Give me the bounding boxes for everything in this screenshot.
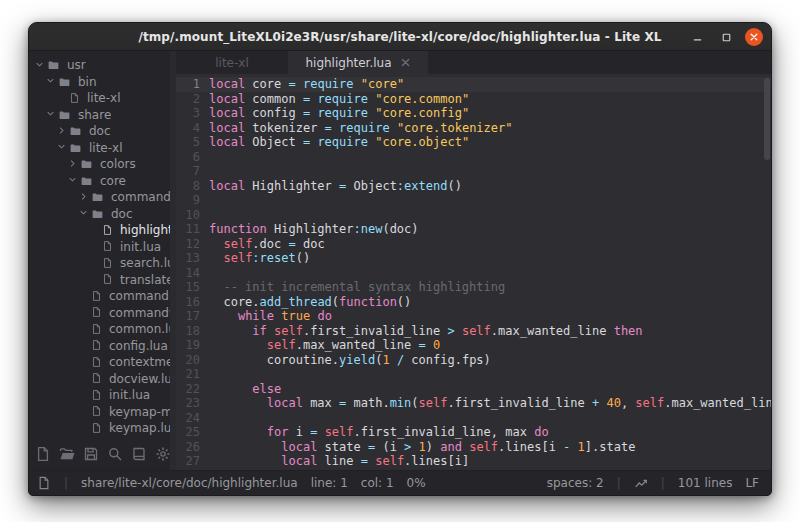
- maximize-button[interactable]: [716, 27, 736, 47]
- code-line-25[interactable]: 25 for i = self.first_invalid_line, max …: [176, 425, 771, 440]
- editor-scrollbar[interactable]: [763, 74, 771, 470]
- editor-scrollbar-thumb[interactable]: [764, 78, 770, 160]
- file-icon: [102, 224, 115, 237]
- tree-item-core[interactable]: core: [29, 173, 176, 190]
- tree-item-share[interactable]: share: [29, 107, 176, 124]
- tree-item-commands[interactable]: commands: [29, 189, 176, 206]
- code-line-1[interactable]: 1local core = require "core": [176, 77, 771, 92]
- code-line-3[interactable]: 3local config = require "core.config": [176, 106, 771, 121]
- tree-item-colors[interactable]: colors: [29, 156, 176, 173]
- tree-item-doc[interactable]: doc: [29, 123, 176, 140]
- code-line-11[interactable]: 11function Highlighter:new(doc): [176, 222, 771, 237]
- tab-lite-xl[interactable]: lite-xl: [176, 51, 288, 74]
- code-editor[interactable]: 1local core = require "core"2local commo…: [176, 74, 771, 470]
- code-line-20[interactable]: 20 coroutine.yield(1 / config.fps): [176, 353, 771, 368]
- window-controls: [687, 23, 763, 51]
- tree-item-bin[interactable]: bin: [29, 74, 176, 91]
- tree-item-label: common.lua: [109, 322, 176, 336]
- status-file-icon[interactable]: [37, 476, 51, 490]
- code-line-8[interactable]: 8local Highlighter = Object:extend(): [176, 179, 771, 194]
- tree-item-highlighter.lua[interactable]: highlighter.lua: [29, 222, 176, 239]
- code-line-26[interactable]: 26 local state = (i > 1) and self.lines[…: [176, 440, 771, 455]
- line-number: 18: [176, 324, 209, 339]
- code-line-19[interactable]: 19 self.max_wanted_line = 0: [176, 338, 771, 353]
- status-col[interactable]: col: 1: [361, 476, 394, 490]
- tree-item-command.lua[interactable]: command.lua: [29, 288, 176, 305]
- titlebar[interactable]: /tmp/.mount_LiteXL0i2e3R/usr/share/lite-…: [29, 23, 771, 51]
- code-line-5[interactable]: 5local Object = require "core.object": [176, 135, 771, 150]
- line-number: 12: [176, 237, 209, 252]
- code-text: local core = require "core": [209, 77, 771, 92]
- tree-item-label: command.lua: [109, 289, 176, 303]
- status-graph-icon[interactable]: [634, 476, 648, 490]
- code-line-13[interactable]: 13 self:reset(): [176, 251, 771, 266]
- open-folder-button[interactable]: [59, 446, 76, 463]
- status-percent[interactable]: 0%: [407, 476, 426, 490]
- code-line-23[interactable]: 23 local max = math.min(self.first_inval…: [176, 396, 771, 411]
- code-line-9[interactable]: 9: [176, 193, 771, 208]
- line-number: 6: [176, 150, 209, 165]
- chevron-down-icon: [68, 175, 80, 186]
- new-file-button[interactable]: [35, 446, 52, 463]
- save-button[interactable]: [83, 446, 100, 463]
- status-indent-mode[interactable]: spaces: 2: [547, 476, 604, 490]
- tree-item-lite-xl[interactable]: lite-xl: [29, 140, 176, 157]
- tree-item-docview.lua[interactable]: docview.lua: [29, 371, 176, 388]
- code-line-15[interactable]: 15 -- init incremental syntax highlighti…: [176, 280, 771, 295]
- status-line[interactable]: line: 1: [311, 476, 348, 490]
- tree-item-config.lua[interactable]: config.lua: [29, 338, 176, 355]
- code-line-4[interactable]: 4local tokenizer = require "core.tokeniz…: [176, 121, 771, 136]
- line-number: 3: [176, 106, 209, 121]
- code-line-2[interactable]: 2local common = require "core.common": [176, 92, 771, 107]
- code-line-14[interactable]: 14: [176, 266, 771, 281]
- tree-item-keymap.lua[interactable]: keymap.lua: [29, 420, 176, 437]
- tree-item-contextmenu.lua[interactable]: contextmenu.lua: [29, 354, 176, 371]
- code-line-7[interactable]: 7: [176, 164, 771, 179]
- code-line-16[interactable]: 16 core.add_thread(function(): [176, 295, 771, 310]
- code-text: self:reset(): [209, 251, 771, 266]
- line-number: 4: [176, 121, 209, 136]
- main-area: usrbinlite-xlsharedoclite-xlcolorscoreco…: [29, 51, 771, 470]
- line-number: 19: [176, 338, 209, 353]
- code-line-10[interactable]: 10: [176, 208, 771, 223]
- line-number: 20: [176, 353, 209, 368]
- line-number: 24: [176, 411, 209, 426]
- line-number: 21: [176, 367, 209, 382]
- tree-item-usr[interactable]: usr: [29, 57, 176, 74]
- file-tree: usrbinlite-xlsharedoclite-xlcolorscoreco…: [29, 51, 176, 442]
- tree-item-init.lua[interactable]: init.lua: [29, 239, 176, 256]
- code-text: function Highlighter:new(doc): [209, 222, 771, 237]
- tree-item-lite-xl[interactable]: lite-xl: [29, 90, 176, 107]
- book-button[interactable]: [131, 446, 148, 463]
- code-line-18[interactable]: 18 if self.first_invalid_line > self.max…: [176, 324, 771, 339]
- tree-item-keymap-macos.lua[interactable]: keymap-macos.lua: [29, 404, 176, 421]
- status-line-count[interactable]: 101 lines: [678, 476, 733, 490]
- code-line-12[interactable]: 12 self.doc = doc: [176, 237, 771, 252]
- code-text: -- init incremental syntax highlighting: [209, 280, 771, 295]
- code-line-27[interactable]: 27 local line = self.lines[i]: [176, 454, 771, 469]
- code-line-21[interactable]: 21: [176, 367, 771, 382]
- code-line-24[interactable]: 24: [176, 411, 771, 426]
- folder-icon: [69, 125, 84, 137]
- search-button[interactable]: [107, 446, 124, 463]
- line-number: 22: [176, 382, 209, 397]
- status-line-ending[interactable]: LF: [745, 476, 759, 490]
- status-path[interactable]: share/lite-xl/core/doc/highlighter.lua: [81, 476, 298, 490]
- file-icon: [102, 273, 115, 286]
- tree-item-doc[interactable]: doc: [29, 206, 176, 223]
- tree-item-commandview.lua[interactable]: commandview.lua: [29, 305, 176, 322]
- tab-highlighter.lua[interactable]: highlighter.lua: [288, 51, 428, 74]
- minimize-button[interactable]: [687, 27, 707, 47]
- tab-bar: lite-xlhighlighter.lua: [176, 51, 771, 74]
- code-line-6[interactable]: 6: [176, 150, 771, 165]
- tree-item-translate.lua[interactable]: translate.lua: [29, 272, 176, 289]
- close-button[interactable]: [745, 28, 763, 46]
- tree-item-search.lua[interactable]: search.lua: [29, 255, 176, 272]
- tab-close-icon[interactable]: [400, 57, 411, 68]
- code-line-17[interactable]: 17 while true do: [176, 309, 771, 324]
- code-text: local Object = require "core.object": [209, 135, 771, 150]
- tree-item-common.lua[interactable]: common.lua: [29, 321, 176, 338]
- code-line-22[interactable]: 22 else: [176, 382, 771, 397]
- tree-item-init.lua[interactable]: init.lua: [29, 387, 176, 404]
- file-icon: [91, 405, 104, 418]
